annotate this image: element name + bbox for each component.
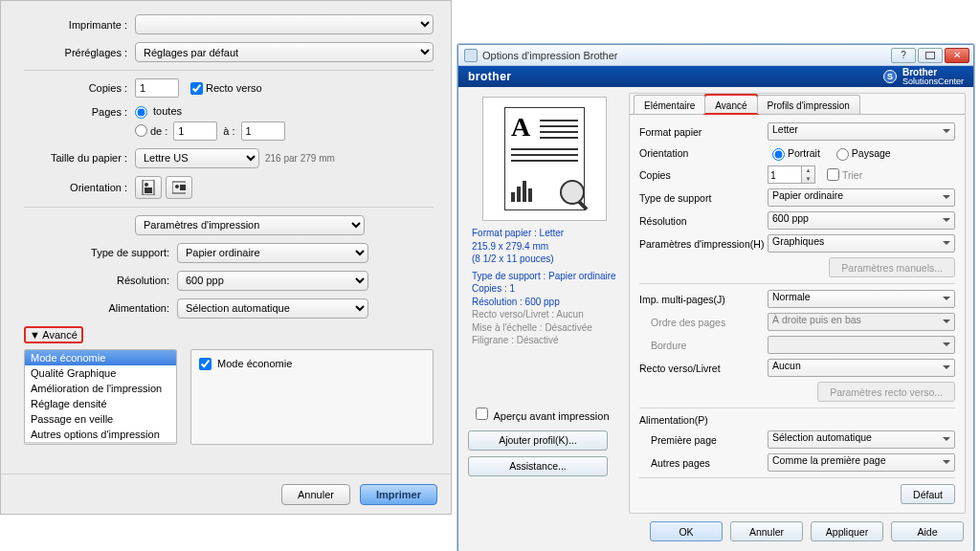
label-prereglages: Préréglages : xyxy=(24,47,135,58)
list-item[interactable]: Amélioration de l'impression xyxy=(25,381,176,396)
list-item[interactable]: Autres options d'impression xyxy=(25,427,176,442)
scrollbar-horizontal[interactable] xyxy=(25,442,176,445)
recto-verso-checkbox[interactable] xyxy=(190,82,203,95)
imprimer-button[interactable]: Imprimer xyxy=(360,484,437,505)
svg-rect-11 xyxy=(577,200,588,210)
ajouter-profil-button[interactable]: Ajouter profil(K)... xyxy=(468,430,608,451)
svg-rect-8 xyxy=(523,181,526,202)
premiere-select[interactable]: Sélection automatique xyxy=(768,430,955,449)
svg-rect-5 xyxy=(180,185,186,190)
mac-print-dialog: Imprimante : Préréglages : Réglages par … xyxy=(0,0,452,515)
magnifier-icon xyxy=(557,177,591,211)
copies-input-win[interactable] xyxy=(768,165,802,184)
pages-a-input[interactable] xyxy=(241,121,285,141)
autres-select[interactable]: Comme la première page xyxy=(768,453,955,472)
titlebar[interactable]: Options d'impression Brother ? ✕ xyxy=(458,45,973,66)
svg-rect-6 xyxy=(511,192,515,202)
mode-economie-checkbox[interactable] xyxy=(199,358,212,370)
copies-spinner[interactable]: ▲▼ xyxy=(802,165,815,184)
label-copies-win: Copies xyxy=(639,169,768,181)
tab-avance[interactable]: Avancé xyxy=(704,95,757,114)
label-orientation-win: Orientation xyxy=(639,147,768,159)
pages-a-label: à : xyxy=(223,125,234,137)
format-select[interactable]: Letter xyxy=(768,122,955,141)
paysage-radio[interactable] xyxy=(836,148,849,161)
pages-de-input[interactable] xyxy=(173,121,217,141)
resolution-select-win[interactable]: 600 ppp xyxy=(768,211,955,230)
bordure-select xyxy=(768,336,955,354)
appliquer-button[interactable]: Appliquer xyxy=(811,521,883,541)
help-button[interactable]: ? xyxy=(891,48,916,63)
preview-line: Résolution : 600 ppp xyxy=(472,296,621,309)
avance-disclosure[interactable]: ▼ Avancé xyxy=(24,326,83,343)
resolution-select[interactable]: 600 ppp xyxy=(177,271,368,291)
label-alimentation: Alimentation: xyxy=(24,302,177,314)
label-resolution: Résolution: xyxy=(24,275,177,286)
list-item[interactable]: Réglage densité xyxy=(25,396,176,411)
label-bordure: Bordure xyxy=(639,340,768,351)
pages-toutes-radio[interactable] xyxy=(135,106,147,119)
label-taille: Taille du papier : xyxy=(24,152,135,164)
multi-select[interactable]: Normale xyxy=(768,290,955,308)
annuler-button[interactable]: Annuler xyxy=(281,484,350,505)
copies-input[interactable] xyxy=(135,78,179,98)
avance-list[interactable]: Mode économie Qualité Graphique Améliora… xyxy=(24,349,177,445)
avance-detail-pane: Mode économie xyxy=(190,349,434,445)
svg-rect-9 xyxy=(528,188,532,202)
label-resolution-win: Résolution xyxy=(639,215,768,227)
defaut-button[interactable]: Défaut xyxy=(901,484,955,504)
param-impr-select[interactable]: Graphiques xyxy=(768,234,955,253)
type-support-select[interactable]: Papier ordinaire xyxy=(177,243,368,263)
brand-bar: brother S BrotherSolutionsCenter xyxy=(458,66,973,87)
svg-rect-7 xyxy=(517,187,521,202)
label-type-support: Type de support: xyxy=(24,247,177,258)
solutions-center-link[interactable]: S BrotherSolutionsCenter xyxy=(883,68,964,86)
taille-select[interactable]: Lettre US xyxy=(135,148,259,168)
list-item[interactable]: Passage en veille xyxy=(25,411,176,427)
page-preview: A xyxy=(482,97,607,221)
windows-print-dialog: Options d'impression Brother ? ✕ brother… xyxy=(457,44,974,551)
orientation-landscape-button[interactable] xyxy=(166,176,192,199)
preview-line: Format papier : Letter xyxy=(472,227,621,240)
orientation-portrait-button[interactable] xyxy=(135,176,162,199)
preview-line: (8 1/2 x 11 pouces) xyxy=(472,253,621,266)
ok-button[interactable]: OK xyxy=(650,521,723,541)
ordre-select: À droite puis en bas xyxy=(768,313,955,331)
list-item[interactable]: Qualité Graphique xyxy=(25,365,176,381)
label-imprimante: Imprimante : xyxy=(24,19,135,31)
aide-button[interactable]: Aide xyxy=(891,521,964,541)
list-item[interactable]: Mode économie xyxy=(25,350,176,365)
preview-chart-icon xyxy=(511,175,546,204)
apercu-label: Aperçu avant impression xyxy=(493,410,609,422)
preview-line: Filigrane : Désactivé xyxy=(472,334,621,347)
assistance-button[interactable]: Assistance... xyxy=(468,456,608,476)
apercu-checkbox[interactable] xyxy=(476,408,488,420)
preview-letter-a-icon: A xyxy=(511,112,530,143)
paysage-label: Paysage xyxy=(852,147,891,159)
label-multi: Imp. multi-pages(J) xyxy=(639,294,768,305)
preview-column: A xyxy=(466,93,623,514)
tab-elementaire[interactable]: Elémentaire xyxy=(634,95,705,114)
pages-de-radio[interactable] xyxy=(135,124,147,137)
annuler-button-win[interactable]: Annuler xyxy=(730,521,803,541)
trier-checkbox[interactable] xyxy=(827,168,839,181)
param-manuels-button: Paramètres manuels... xyxy=(829,257,955,277)
section-select[interactable]: Paramètres d'impression xyxy=(135,215,365,235)
label-premiere: Première page xyxy=(639,434,768,446)
portrait-radio[interactable] xyxy=(772,148,785,161)
alimentation-select[interactable]: Sélection automatique xyxy=(177,298,368,319)
portrait-icon xyxy=(142,180,155,195)
prereglages-select[interactable]: Réglages par défaut xyxy=(135,42,434,62)
printer-icon xyxy=(464,49,478,62)
preview-line: Copies : 1 xyxy=(472,282,621,296)
label-format: Format papier xyxy=(639,126,768,138)
imprimante-select[interactable] xyxy=(135,14,434,34)
recto-select[interactable]: Aucun xyxy=(768,359,955,377)
preview-line: Mise à l'échelle : Désactivée xyxy=(472,321,621,335)
maximize-button[interactable] xyxy=(918,48,943,63)
tab-profils[interactable]: Profils d'impression xyxy=(757,95,860,114)
close-button[interactable]: ✕ xyxy=(945,48,969,63)
label-alim: Alimentation(P) xyxy=(639,414,768,426)
type-support-select-win[interactable]: Papier ordinaire xyxy=(768,188,955,207)
label-autres: Autres pages xyxy=(639,457,768,469)
